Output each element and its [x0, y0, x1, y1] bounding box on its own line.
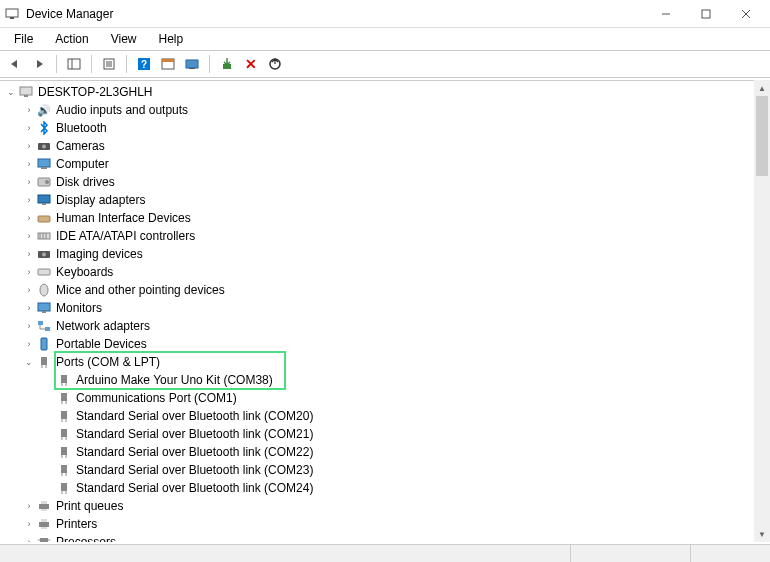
- back-button[interactable]: [4, 53, 26, 75]
- chevron-right-icon[interactable]: ›: [22, 499, 36, 513]
- svg-rect-75: [40, 538, 48, 542]
- update-driver-button[interactable]: [264, 53, 286, 75]
- vertical-scrollbar[interactable]: ▲ ▼: [754, 80, 770, 542]
- category-label: Computer: [56, 157, 109, 171]
- tree-root[interactable]: ⌄ DESKTOP-2L3GHLH: [0, 83, 770, 101]
- chevron-right-icon[interactable]: ›: [22, 265, 36, 279]
- svg-rect-45: [41, 357, 47, 365]
- chevron-down-icon[interactable]: ⌄: [22, 355, 36, 369]
- tree-device-bt20[interactable]: Standard Serial over Bluetooth link (COM…: [0, 407, 770, 425]
- minimize-button[interactable]: [646, 2, 686, 26]
- tree-category-monitors[interactable]: › Monitors: [0, 299, 770, 317]
- properties-button[interactable]: [98, 53, 120, 75]
- tree-category-ide[interactable]: › IDE ATA/ATAPI controllers: [0, 227, 770, 245]
- camera-icon: [36, 139, 52, 153]
- chevron-right-icon[interactable]: ›: [22, 175, 36, 189]
- tree-device-bt23[interactable]: Standard Serial over Bluetooth link (COM…: [0, 461, 770, 479]
- scrollbar-thumb[interactable]: [756, 96, 768, 176]
- toolbar-separator: [91, 55, 92, 73]
- imaging-icon: [36, 247, 52, 261]
- tree-category-network[interactable]: › Network adapters: [0, 317, 770, 335]
- toolbar-separator: [56, 55, 57, 73]
- disk-icon: [36, 175, 52, 189]
- help-button[interactable]: ?: [133, 53, 155, 75]
- chevron-down-icon[interactable]: ⌄: [4, 85, 18, 99]
- svg-rect-70: [41, 501, 47, 504]
- category-label: IDE ATA/ATAPI controllers: [56, 229, 195, 243]
- chevron-right-icon[interactable]: ›: [22, 103, 36, 117]
- enable-button[interactable]: [216, 53, 238, 75]
- action-button[interactable]: [157, 53, 179, 75]
- menu-view[interactable]: View: [101, 30, 147, 48]
- category-label: Display adapters: [56, 193, 145, 207]
- maximize-button[interactable]: [686, 2, 726, 26]
- display-icon: [36, 193, 52, 207]
- tree-category-audio[interactable]: › 🔊 Audio inputs and outputs: [0, 101, 770, 119]
- category-label: Monitors: [56, 301, 102, 315]
- category-label: Keyboards: [56, 265, 113, 279]
- chevron-right-icon[interactable]: ›: [22, 247, 36, 261]
- keyboard-icon: [36, 265, 52, 279]
- chevron-right-icon[interactable]: ›: [22, 337, 36, 351]
- tree-category-keyboards[interactable]: › Keyboards: [0, 263, 770, 281]
- port-icon: [56, 391, 72, 405]
- scroll-up-icon[interactable]: ▲: [754, 80, 770, 96]
- chevron-right-icon[interactable]: ›: [22, 211, 36, 225]
- tree-category-printers[interactable]: › Printers: [0, 515, 770, 533]
- statusbar: [0, 544, 770, 562]
- svg-rect-54: [61, 411, 67, 419]
- chevron-right-icon[interactable]: ›: [22, 319, 36, 333]
- uninstall-button[interactable]: ✕: [240, 53, 262, 75]
- scan-hardware-button[interactable]: [181, 53, 203, 75]
- chevron-right-icon[interactable]: ›: [22, 301, 36, 315]
- app-icon: [4, 6, 20, 22]
- device-tree[interactable]: ⌄ DESKTOP-2L3GHLH › 🔊 Audio inputs and o…: [0, 80, 770, 542]
- menu-action[interactable]: Action: [45, 30, 98, 48]
- category-label: Cameras: [56, 139, 105, 153]
- tree-category-computer[interactable]: › Computer: [0, 155, 770, 173]
- chevron-right-icon[interactable]: ›: [22, 517, 36, 531]
- svg-rect-17: [189, 68, 195, 69]
- menu-help[interactable]: Help: [149, 30, 194, 48]
- category-label: Bluetooth: [56, 121, 107, 135]
- chevron-right-icon[interactable]: ›: [22, 229, 36, 243]
- menu-file[interactable]: File: [4, 30, 43, 48]
- port-icon: [56, 445, 72, 459]
- tree-category-mice[interactable]: › Mice and other pointing devices: [0, 281, 770, 299]
- category-label: Disk drives: [56, 175, 115, 189]
- chevron-right-icon[interactable]: ›: [22, 193, 36, 207]
- svg-rect-23: [38, 159, 50, 167]
- port-icon: [56, 409, 72, 423]
- tree-category-display[interactable]: › Display adapters: [0, 191, 770, 209]
- svg-rect-60: [61, 447, 67, 455]
- scroll-down-icon[interactable]: ▼: [754, 526, 770, 542]
- svg-rect-19: [20, 87, 32, 95]
- show-hide-console-button[interactable]: [63, 53, 85, 75]
- svg-text:?: ?: [141, 59, 147, 70]
- svg-rect-74: [41, 527, 47, 529]
- portable-icon: [36, 337, 52, 351]
- chevron-right-icon[interactable]: ›: [22, 535, 36, 542]
- tree-category-cameras[interactable]: › Cameras: [0, 137, 770, 155]
- tree-category-imaging[interactable]: › Imaging devices: [0, 245, 770, 263]
- tree-category-processors[interactable]: › Processors: [0, 533, 770, 542]
- chevron-right-icon[interactable]: ›: [22, 157, 36, 171]
- close-button[interactable]: [726, 2, 766, 26]
- tree-category-disk[interactable]: › Disk drives: [0, 173, 770, 191]
- chevron-right-icon[interactable]: ›: [22, 283, 36, 297]
- tree-device-bt22[interactable]: Standard Serial over Bluetooth link (COM…: [0, 443, 770, 461]
- tree-category-printq[interactable]: › Print queues: [0, 497, 770, 515]
- svg-rect-38: [38, 303, 50, 311]
- tree-device-bt24[interactable]: Standard Serial over Bluetooth link (COM…: [0, 479, 770, 497]
- category-label: Mice and other pointing devices: [56, 283, 225, 297]
- chevron-right-icon[interactable]: ›: [22, 139, 36, 153]
- toolbar-separator: [126, 55, 127, 73]
- chevron-right-icon[interactable]: ›: [22, 121, 36, 135]
- tree-category-hid[interactable]: › Human Interface Devices: [0, 209, 770, 227]
- window-title: Device Manager: [26, 7, 113, 21]
- forward-button[interactable]: [28, 53, 50, 75]
- tree-device-bt21[interactable]: Standard Serial over Bluetooth link (COM…: [0, 425, 770, 443]
- tree-category-bluetooth[interactable]: › Bluetooth: [0, 119, 770, 137]
- svg-rect-15: [162, 59, 174, 62]
- tree-device-comm[interactable]: Communications Port (COM1): [0, 389, 770, 407]
